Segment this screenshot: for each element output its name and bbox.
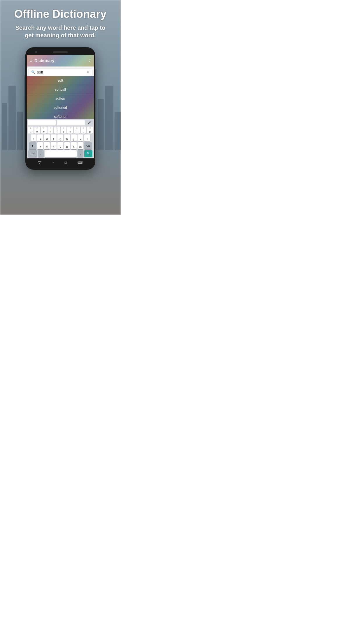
- key-l[interactable]: l: [84, 134, 90, 141]
- key-v[interactable]: v: [57, 142, 63, 149]
- phone-top: [27, 50, 94, 55]
- search-input[interactable]: soft: [37, 70, 85, 74]
- period-key[interactable]: .: [78, 150, 83, 157]
- word-item-softball[interactable]: softball: [27, 85, 94, 94]
- keyboard-row-1: 1q 2w 3e 4r 5t 6y 7u 8i 9o 0p: [28, 127, 93, 134]
- nav-back-button[interactable]: ▽: [38, 160, 41, 164]
- key-t[interactable]: 5t: [54, 127, 60, 134]
- key-b[interactable]: b: [64, 142, 70, 149]
- key-w[interactable]: 2w: [34, 127, 40, 134]
- word-item-softened[interactable]: softened: [27, 103, 94, 112]
- phone-wrapper: ≡ Dictionary ⤴ 🔍 soft ✕ soft softball s: [25, 44, 95, 215]
- toolbar-left: ≡ Dictionary: [30, 58, 55, 63]
- keyboard-row-2: a s d f g h j k l: [28, 134, 93, 141]
- search-icon: 🔍: [31, 70, 35, 74]
- mic-button[interactable]: 🎤: [86, 120, 93, 125]
- keyboard-top-row: 🎤: [28, 120, 93, 125]
- phone-frame: ≡ Dictionary ⤴ 🔍 soft ✕ soft softball s: [25, 47, 95, 170]
- header-section: Offline Dictionary Search any word here …: [8, 0, 113, 44]
- key-j[interactable]: j: [71, 134, 77, 141]
- key-q[interactable]: 1q: [28, 127, 34, 134]
- key-g[interactable]: g: [57, 134, 63, 141]
- key-d[interactable]: d: [44, 134, 50, 141]
- toolbar-title: Dictionary: [34, 58, 54, 63]
- key-z[interactable]: z: [37, 142, 43, 149]
- search-submit-key[interactable]: 🔍: [84, 150, 92, 157]
- key-p[interactable]: 0p: [87, 127, 93, 134]
- phone-nav: ▽ ○ □ ⌨: [27, 158, 94, 167]
- clear-icon[interactable]: ✕: [87, 70, 89, 74]
- main-title: Offline Dictionary: [14, 8, 107, 20]
- key-i[interactable]: 8i: [74, 127, 80, 134]
- word-list: soft softball soften softened softener s…: [27, 76, 94, 119]
- key-y[interactable]: 6y: [61, 127, 67, 134]
- numbers-key[interactable]: ?123: [28, 150, 37, 157]
- word-item-soften[interactable]: soften: [27, 94, 94, 103]
- nav-home-button[interactable]: ○: [52, 160, 54, 164]
- keyboard-area: 🎤 1q 2w 3e 4r 5t 6y 7u 8i 9o 0p: [27, 119, 94, 158]
- key-e[interactable]: 3e: [41, 127, 47, 134]
- key-a[interactable]: a: [31, 134, 36, 141]
- keyboard-bottom-row: ?123 , . 🔍: [28, 150, 93, 157]
- key-f[interactable]: f: [51, 134, 57, 141]
- key-c[interactable]: c: [51, 142, 57, 149]
- space-key[interactable]: [45, 150, 77, 157]
- sub-title: Search any word here and tap to get mean…: [14, 24, 107, 39]
- key-s[interactable]: s: [37, 134, 43, 141]
- keyboard-spacer-right: [57, 120, 85, 125]
- word-item-soft[interactable]: soft: [27, 76, 94, 85]
- keyboard-row-3: ⬆ z x c v b n m ⌫: [28, 142, 93, 149]
- search-bar[interactable]: 🔍 soft ✕: [29, 68, 92, 76]
- speaker: [53, 51, 68, 53]
- key-o[interactable]: 9o: [81, 127, 87, 134]
- menu-icon[interactable]: ≡: [30, 58, 32, 63]
- share-icon[interactable]: ⤴: [89, 58, 91, 63]
- comma-key[interactable]: ,: [38, 150, 44, 157]
- phone-screen: ≡ Dictionary ⤴ 🔍 soft ✕ soft softball s: [27, 55, 94, 158]
- key-k[interactable]: k: [78, 134, 83, 141]
- nav-keyboard-button[interactable]: ⌨: [78, 160, 82, 164]
- camera-dot: [35, 51, 37, 53]
- key-u[interactable]: 7u: [67, 127, 73, 134]
- key-x[interactable]: x: [44, 142, 50, 149]
- key-h[interactable]: h: [64, 134, 70, 141]
- key-m[interactable]: m: [78, 142, 83, 149]
- nav-recent-button[interactable]: □: [65, 160, 67, 164]
- key-r[interactable]: 4r: [48, 127, 53, 134]
- keyboard-spacer-left: [28, 120, 56, 125]
- app-toolbar: ≡ Dictionary ⤴: [27, 55, 94, 66]
- shift-key[interactable]: ⬆: [29, 142, 36, 149]
- key-n[interactable]: n: [71, 142, 77, 149]
- backspace-key[interactable]: ⌫: [84, 142, 92, 149]
- word-item-softener[interactable]: softener: [27, 112, 94, 119]
